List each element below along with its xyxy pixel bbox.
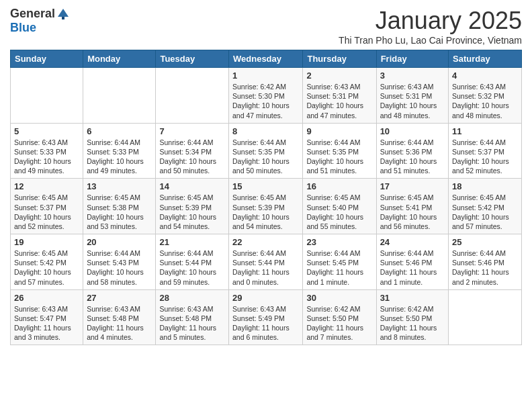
day-number: 23 (306, 237, 372, 247)
calendar-cell: 3Sunrise: 6:43 AM Sunset: 5:31 PM Daylig… (376, 68, 448, 124)
day-number: 7 (159, 126, 225, 136)
day-number: 29 (232, 293, 299, 303)
month-title: January 2025 (339, 7, 522, 35)
title-section: January 2025 Thi Tran Pho Lu, Lao Cai Pr… (339, 7, 522, 46)
calendar-cell: 2Sunrise: 6:43 AM Sunset: 5:31 PM Daylig… (303, 68, 376, 124)
calendar-cell: 15Sunrise: 6:45 AM Sunset: 5:39 PM Dayli… (229, 179, 303, 234)
day-info: Sunrise: 6:43 AM Sunset: 5:31 PM Dayligh… (380, 82, 445, 120)
day-number: 6 (87, 126, 152, 136)
day-number: 20 (87, 237, 152, 247)
day-number: 3 (380, 71, 445, 81)
week-row-1: 5Sunrise: 6:43 AM Sunset: 5:33 PM Daylig… (11, 123, 522, 179)
calendar-cell: 16Sunrise: 6:45 AM Sunset: 5:40 PM Dayli… (303, 179, 376, 234)
calendar-cell: 28Sunrise: 6:43 AM Sunset: 5:48 PM Dayli… (156, 289, 229, 345)
day-info: Sunrise: 6:45 AM Sunset: 5:42 PM Dayligh… (452, 193, 518, 231)
day-info: Sunrise: 6:45 AM Sunset: 5:41 PM Dayligh… (380, 193, 445, 231)
day-info: Sunrise: 6:44 AM Sunset: 5:37 PM Dayligh… (452, 138, 518, 176)
day-info: Sunrise: 6:45 AM Sunset: 5:38 PM Dayligh… (87, 193, 152, 231)
calendar-cell: 26Sunrise: 6:43 AM Sunset: 5:47 PM Dayli… (11, 289, 83, 345)
calendar-cell: 22Sunrise: 6:44 AM Sunset: 5:44 PM Dayli… (229, 234, 303, 290)
calendar-cell: 21Sunrise: 6:44 AM Sunset: 5:44 PM Dayli… (156, 234, 229, 290)
col-monday: Monday (83, 50, 156, 68)
col-saturday: Saturday (449, 50, 522, 68)
day-info: Sunrise: 6:44 AM Sunset: 5:45 PM Dayligh… (306, 248, 372, 287)
calendar-cell: 5Sunrise: 6:43 AM Sunset: 5:33 PM Daylig… (11, 123, 83, 179)
day-info: Sunrise: 6:44 AM Sunset: 5:46 PM Dayligh… (452, 248, 518, 287)
calendar-cell: 10Sunrise: 6:44 AM Sunset: 5:36 PM Dayli… (376, 123, 448, 179)
day-number: 28 (159, 293, 225, 303)
week-row-0: 1Sunrise: 6:42 AM Sunset: 5:30 PM Daylig… (11, 68, 522, 124)
day-info: Sunrise: 6:42 AM Sunset: 5:50 PM Dayligh… (306, 304, 372, 342)
calendar-cell: 13Sunrise: 6:45 AM Sunset: 5:38 PM Dayli… (83, 179, 156, 234)
calendar-page: General Blue January 2025 Thi Tran Pho L… (0, 0, 532, 411)
day-info: Sunrise: 6:45 AM Sunset: 5:42 PM Dayligh… (14, 248, 79, 287)
calendar-cell: 23Sunrise: 6:44 AM Sunset: 5:45 PM Dayli… (303, 234, 376, 290)
day-info: Sunrise: 6:45 AM Sunset: 5:40 PM Dayligh… (306, 193, 372, 231)
day-number: 8 (232, 126, 299, 136)
calendar-cell: 17Sunrise: 6:45 AM Sunset: 5:41 PM Dayli… (376, 179, 448, 234)
day-info: Sunrise: 6:44 AM Sunset: 5:44 PM Dayligh… (232, 248, 299, 287)
day-number: 25 (452, 237, 518, 247)
calendar-cell: 12Sunrise: 6:45 AM Sunset: 5:37 PM Dayli… (11, 179, 83, 234)
calendar-cell: 24Sunrise: 6:44 AM Sunset: 5:46 PM Dayli… (376, 234, 448, 290)
calendar-cell: 9Sunrise: 6:44 AM Sunset: 5:35 PM Daylig… (303, 123, 376, 179)
day-info: Sunrise: 6:44 AM Sunset: 5:33 PM Dayligh… (87, 138, 152, 176)
day-info: Sunrise: 6:43 AM Sunset: 5:47 PM Dayligh… (14, 304, 79, 342)
day-number: 13 (87, 181, 152, 191)
calendar-cell: 19Sunrise: 6:45 AM Sunset: 5:42 PM Dayli… (11, 234, 83, 290)
logo: General Blue (10, 7, 70, 35)
day-info: Sunrise: 6:43 AM Sunset: 5:48 PM Dayligh… (159, 304, 225, 342)
day-number: 24 (380, 237, 445, 247)
day-info: Sunrise: 6:44 AM Sunset: 5:43 PM Dayligh… (87, 248, 152, 287)
col-friday: Friday (376, 50, 448, 68)
day-info: Sunrise: 6:45 AM Sunset: 5:39 PM Dayligh… (159, 193, 225, 231)
day-number: 26 (14, 293, 79, 303)
logo-icon (56, 7, 70, 21)
day-number: 10 (380, 126, 445, 136)
col-thursday: Thursday (303, 50, 376, 68)
calendar-cell (449, 289, 522, 345)
header-row: Sunday Monday Tuesday Wednesday Thursday… (11, 50, 522, 68)
day-number: 12 (14, 181, 79, 191)
day-number: 18 (452, 181, 518, 191)
day-info: Sunrise: 6:44 AM Sunset: 5:35 PM Dayligh… (306, 138, 372, 176)
calendar-cell (156, 68, 229, 124)
day-number: 15 (232, 181, 299, 191)
day-info: Sunrise: 6:45 AM Sunset: 5:39 PM Dayligh… (232, 193, 299, 231)
day-info: Sunrise: 6:44 AM Sunset: 5:36 PM Dayligh… (380, 138, 445, 176)
day-info: Sunrise: 6:42 AM Sunset: 5:50 PM Dayligh… (380, 304, 445, 342)
day-number: 1 (232, 71, 299, 81)
week-row-4: 26Sunrise: 6:43 AM Sunset: 5:47 PM Dayli… (11, 289, 522, 345)
day-number: 27 (87, 293, 152, 303)
day-number: 21 (159, 237, 225, 247)
col-wednesday: Wednesday (229, 50, 303, 68)
day-info: Sunrise: 6:44 AM Sunset: 5:46 PM Dayligh… (380, 248, 445, 287)
day-info: Sunrise: 6:44 AM Sunset: 5:44 PM Dayligh… (159, 248, 225, 287)
day-number: 4 (452, 71, 518, 81)
calendar-cell: 8Sunrise: 6:44 AM Sunset: 5:35 PM Daylig… (229, 123, 303, 179)
day-number: 31 (380, 293, 445, 303)
col-sunday: Sunday (11, 50, 83, 68)
logo-blue-text: Blue (10, 21, 36, 35)
calendar-cell (83, 68, 156, 124)
day-number: 5 (14, 126, 79, 136)
day-info: Sunrise: 6:45 AM Sunset: 5:37 PM Dayligh… (14, 193, 79, 231)
calendar-cell (11, 68, 83, 124)
svg-rect-1 (62, 17, 64, 19)
calendar-cell: 7Sunrise: 6:44 AM Sunset: 5:34 PM Daylig… (156, 123, 229, 179)
day-info: Sunrise: 6:44 AM Sunset: 5:34 PM Dayligh… (159, 138, 225, 176)
calendar-cell: 30Sunrise: 6:42 AM Sunset: 5:50 PM Dayli… (303, 289, 376, 345)
day-info: Sunrise: 6:43 AM Sunset: 5:33 PM Dayligh… (14, 138, 79, 176)
calendar-cell: 29Sunrise: 6:43 AM Sunset: 5:49 PM Dayli… (229, 289, 303, 345)
day-info: Sunrise: 6:44 AM Sunset: 5:35 PM Dayligh… (232, 138, 299, 176)
calendar-cell: 6Sunrise: 6:44 AM Sunset: 5:33 PM Daylig… (83, 123, 156, 179)
day-info: Sunrise: 6:43 AM Sunset: 5:49 PM Dayligh… (232, 304, 299, 342)
calendar-cell: 1Sunrise: 6:42 AM Sunset: 5:30 PM Daylig… (229, 68, 303, 124)
logo-general-text: General (10, 7, 55, 21)
day-number: 22 (232, 237, 299, 247)
day-number: 16 (306, 181, 372, 191)
calendar-table: Sunday Monday Tuesday Wednesday Thursday… (10, 50, 522, 345)
calendar-cell: 4Sunrise: 6:43 AM Sunset: 5:32 PM Daylig… (449, 68, 522, 124)
calendar-cell: 27Sunrise: 6:43 AM Sunset: 5:48 PM Dayli… (83, 289, 156, 345)
header: General Blue January 2025 Thi Tran Pho L… (10, 7, 522, 46)
